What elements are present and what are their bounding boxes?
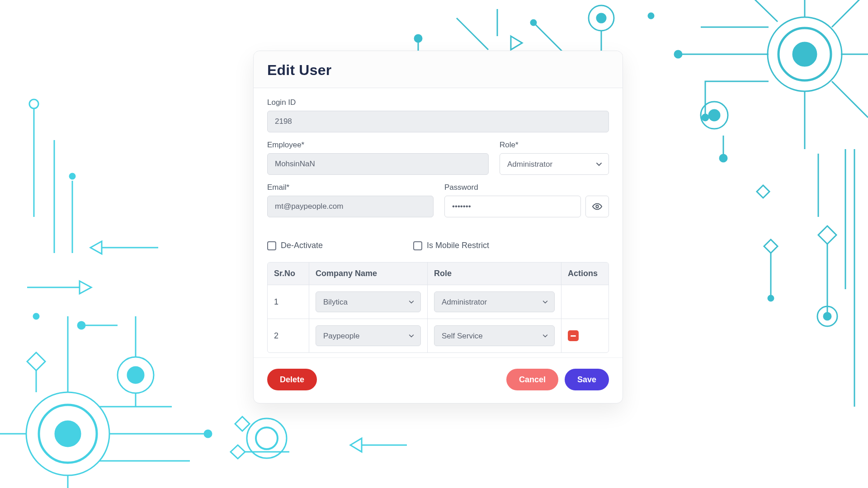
svg-point-23 bbox=[39, 405, 97, 463]
cell-actions bbox=[561, 319, 609, 352]
cell-actions bbox=[561, 285, 609, 319]
svg-point-27 bbox=[127, 367, 144, 383]
svg-point-3 bbox=[675, 51, 682, 58]
svg-point-1 bbox=[778, 28, 831, 80]
password-input[interactable] bbox=[444, 196, 581, 217]
svg-point-16 bbox=[709, 110, 720, 121]
password-label: Password bbox=[444, 183, 609, 192]
employee-field: Employee* bbox=[267, 141, 489, 175]
svg-marker-35 bbox=[231, 445, 245, 459]
svg-marker-28 bbox=[27, 352, 45, 371]
email-field: Email* bbox=[267, 183, 434, 217]
remove-row-button[interactable] bbox=[568, 330, 579, 341]
employee-label: Employee* bbox=[267, 141, 489, 150]
svg-point-29 bbox=[33, 314, 39, 319]
svg-point-10 bbox=[589, 5, 614, 31]
svg-point-19 bbox=[648, 13, 654, 19]
svg-marker-32 bbox=[90, 241, 102, 254]
checkbox-icon bbox=[413, 241, 422, 250]
deactivate-checkbox[interactable]: De-Activate bbox=[267, 241, 323, 250]
svg-marker-5 bbox=[818, 226, 836, 244]
svg-point-6 bbox=[817, 306, 837, 326]
table-header-row: Sr.No Company Name Role Actions bbox=[268, 263, 609, 285]
svg-point-2 bbox=[793, 42, 816, 66]
save-button[interactable]: Save bbox=[565, 369, 609, 390]
svg-point-40 bbox=[596, 205, 599, 208]
svg-marker-38 bbox=[350, 438, 362, 452]
svg-point-34 bbox=[78, 322, 85, 329]
table-row: 1 Bilytica Administrator bbox=[268, 285, 609, 319]
company-select[interactable]: Paypeople bbox=[316, 325, 421, 346]
svg-point-4 bbox=[702, 114, 708, 121]
svg-point-21 bbox=[720, 155, 727, 162]
login-id-label: Login ID bbox=[267, 98, 609, 107]
col-header-sr: Sr.No bbox=[268, 263, 309, 285]
email-label: Email* bbox=[267, 183, 434, 192]
company-select[interactable]: Bilytica bbox=[316, 291, 421, 312]
svg-point-7 bbox=[824, 313, 831, 320]
cell-company: Paypeople bbox=[309, 319, 428, 352]
eye-icon bbox=[592, 202, 602, 211]
mobile-restrict-label: Is Mobile Restrict bbox=[427, 241, 489, 250]
row-role-select[interactable]: Self Service bbox=[434, 325, 555, 346]
login-id-input[interactable] bbox=[267, 111, 609, 132]
svg-point-14 bbox=[415, 35, 422, 42]
login-id-field: Login ID bbox=[267, 98, 609, 132]
checkbox-icon bbox=[267, 241, 276, 250]
col-header-role: Role bbox=[428, 263, 561, 285]
svg-point-11 bbox=[597, 14, 606, 23]
svg-point-37 bbox=[256, 427, 278, 449]
role-label: Role* bbox=[500, 141, 609, 150]
row-role-select[interactable]: Administrator bbox=[434, 291, 555, 312]
role-select[interactable]: Administrator bbox=[500, 153, 609, 175]
svg-point-24 bbox=[55, 421, 80, 446]
svg-marker-39 bbox=[235, 417, 250, 431]
cell-company: Bilytica bbox=[309, 285, 428, 319]
svg-marker-8 bbox=[764, 239, 778, 253]
svg-point-30 bbox=[29, 99, 38, 108]
svg-point-22 bbox=[26, 392, 109, 475]
mobile-restrict-checkbox[interactable]: Is Mobile Restrict bbox=[413, 241, 489, 250]
cell-role: Self Service bbox=[428, 319, 561, 352]
svg-point-25 bbox=[204, 430, 212, 437]
cell-role: Administrator bbox=[428, 285, 561, 319]
svg-point-0 bbox=[768, 17, 842, 91]
modal-body: Login ID Employee* Role* Administrator bbox=[254, 88, 623, 357]
deactivate-label: De-Activate bbox=[281, 241, 323, 250]
col-header-company: Company Name bbox=[309, 263, 428, 285]
table-row: 2 Paypeople Self Service bbox=[268, 319, 609, 352]
modal-title: Edit User bbox=[267, 62, 609, 79]
toggle-password-visibility-button[interactable] bbox=[585, 196, 609, 217]
svg-point-31 bbox=[70, 174, 75, 179]
svg-point-26 bbox=[118, 357, 154, 393]
password-field: Password bbox=[444, 183, 609, 217]
svg-marker-13 bbox=[511, 36, 522, 50]
cancel-button[interactable]: Cancel bbox=[506, 369, 558, 390]
modal-header: Edit User bbox=[254, 51, 623, 88]
delete-button[interactable]: Delete bbox=[267, 369, 317, 390]
svg-point-15 bbox=[701, 102, 728, 129]
svg-marker-33 bbox=[80, 281, 91, 294]
company-role-table: Sr.No Company Name Role Actions 1 Bilyti… bbox=[267, 262, 609, 353]
svg-point-12 bbox=[531, 20, 536, 25]
cell-sr: 2 bbox=[268, 319, 309, 352]
minus-icon bbox=[571, 335, 576, 337]
employee-input[interactable] bbox=[267, 153, 489, 175]
email-input[interactable] bbox=[267, 196, 434, 217]
cell-sr: 1 bbox=[268, 285, 309, 319]
col-header-actions: Actions bbox=[561, 263, 609, 285]
role-field: Role* Administrator bbox=[500, 141, 609, 175]
edit-user-modal: Edit User Login ID Employee* Role* Admin… bbox=[253, 51, 623, 404]
modal-footer: Delete Cancel Save bbox=[254, 357, 623, 403]
svg-marker-20 bbox=[757, 185, 769, 198]
svg-point-36 bbox=[247, 418, 287, 458]
svg-point-9 bbox=[768, 296, 774, 301]
